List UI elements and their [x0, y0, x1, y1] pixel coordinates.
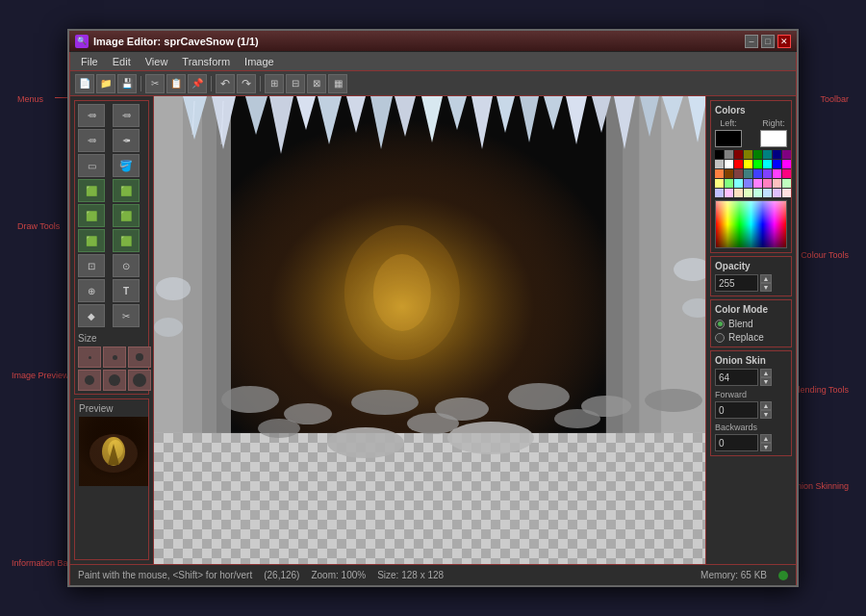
palette-cell[interactable] [782, 189, 791, 197]
palette-cell[interactable] [773, 169, 781, 178]
toolbar-btn-undo[interactable]: ↶ [216, 74, 235, 93]
tool-diamond[interactable]: ◆ [78, 304, 105, 327]
palette-cell[interactable] [744, 160, 752, 168]
palette-cell[interactable] [773, 179, 781, 188]
tool-select-circle[interactable]: ⊙ [113, 254, 140, 277]
opacity-down[interactable]: ▼ [760, 283, 772, 292]
size-btn-4[interactable] [78, 370, 101, 391]
palette-cell[interactable] [725, 189, 733, 197]
palette-cell[interactable] [734, 179, 743, 188]
right-color-swatch[interactable] [760, 130, 787, 147]
toolbar-btn-paste[interactable]: 📌 [188, 74, 207, 93]
size-btn-6[interactable] [128, 370, 151, 391]
toolbar-btn-extra[interactable]: ▦ [328, 74, 347, 93]
tool-green-6[interactable]: 🟩 [113, 229, 140, 252]
opacity-up[interactable]: ▲ [760, 274, 772, 283]
toolbar-btn-zoom[interactable]: ⊟ [286, 74, 305, 93]
palette-cell[interactable] [763, 160, 772, 168]
palette-cell[interactable] [744, 189, 752, 197]
tool-unknown[interactable]: ⊕ [78, 279, 105, 302]
tool-pencil-2[interactable]: ✏ [113, 104, 140, 127]
menu-view[interactable]: View [139, 54, 175, 69]
palette-cell[interactable] [734, 150, 743, 159]
palette-cell[interactable] [753, 160, 762, 168]
minimize-button[interactable]: – [745, 35, 758, 48]
palette-cell[interactable] [763, 169, 772, 178]
toolbar-btn-redo[interactable]: ↷ [237, 74, 256, 93]
tool-select-rect[interactable]: ⊡ [78, 254, 105, 277]
palette-cell[interactable] [782, 160, 791, 168]
palette-cell[interactable] [763, 189, 772, 197]
menu-edit[interactable]: Edit [106, 54, 138, 69]
palette-cell[interactable] [715, 150, 724, 159]
tool-fill[interactable]: 🪣 [113, 154, 140, 177]
palette-cell[interactable] [715, 189, 724, 197]
opacity-input[interactable] [715, 274, 758, 292]
palette-cell[interactable] [782, 150, 791, 159]
color-mode-blend[interactable]: Blend [715, 319, 787, 329]
palette-cell[interactable] [725, 160, 733, 168]
tool-cut-2[interactable]: ✂ [113, 304, 140, 327]
onion-value-input[interactable] [715, 369, 758, 386]
toolbar-btn-open[interactable]: 📁 [96, 74, 115, 93]
palette-cell[interactable] [715, 169, 724, 178]
palette-cell[interactable] [763, 150, 772, 159]
close-button[interactable]: ✕ [777, 35, 791, 48]
onion-down[interactable]: ▼ [760, 377, 772, 386]
palette-cell[interactable] [725, 150, 733, 159]
tool-green-4[interactable]: 🟩 [113, 204, 140, 227]
palette-cell[interactable] [782, 169, 791, 178]
onion-forward-input[interactable] [715, 401, 758, 419]
tool-pencil-3[interactable]: ✏ [78, 129, 105, 152]
size-btn-5[interactable] [103, 370, 126, 391]
menu-transform[interactable]: Transform [175, 54, 237, 69]
onion-forward-down[interactable]: ▼ [760, 410, 772, 419]
palette-cell[interactable] [734, 169, 743, 178]
palette-cell[interactable] [753, 179, 762, 188]
tool-green-3[interactable]: 🟩 [78, 204, 105, 227]
onion-backwards-down[interactable]: ▼ [760, 443, 772, 451]
onion-backwards-up[interactable]: ▲ [760, 434, 772, 443]
palette-cell[interactable] [763, 179, 772, 188]
canvas-area[interactable] [154, 96, 705, 564]
maximize-button[interactable]: □ [761, 35, 775, 48]
palette-cell[interactable] [753, 189, 762, 197]
palette-cell[interactable] [734, 189, 743, 197]
tool-text[interactable]: T [113, 279, 140, 302]
tool-green-5[interactable]: 🟩 [78, 229, 105, 252]
palette-cell[interactable] [744, 179, 752, 188]
palette-cell[interactable] [782, 179, 791, 188]
toolbar-btn-tile[interactable]: ⊠ [307, 74, 326, 93]
palette-cell[interactable] [753, 150, 762, 159]
toolbar-btn-copy[interactable]: 📋 [166, 74, 186, 93]
toolbar-btn-cut[interactable]: ✂ [145, 74, 165, 93]
left-color-swatch[interactable] [715, 130, 742, 147]
palette-cell[interactable] [725, 169, 733, 178]
tool-eraser[interactable]: ▭ [78, 154, 105, 177]
toolbar-btn-save[interactable]: 💾 [117, 74, 137, 93]
palette-cell[interactable] [715, 179, 724, 188]
size-btn-2[interactable] [103, 346, 126, 368]
toolbar-btn-grid[interactable]: ⊞ [265, 74, 284, 93]
tool-green-2[interactable]: 🟩 [113, 179, 140, 202]
tool-green-1[interactable]: 🟩 [78, 179, 105, 202]
onion-forward-up[interactable]: ▲ [760, 401, 772, 410]
onion-backwards-input[interactable] [715, 434, 758, 451]
color-gradient[interactable] [715, 200, 787, 248]
palette-cell[interactable] [744, 150, 752, 159]
palette-cell[interactable] [773, 160, 781, 168]
onion-up[interactable]: ▲ [760, 369, 772, 377]
toolbar-btn-new[interactable]: 📄 [75, 74, 94, 93]
menu-file[interactable]: File [74, 54, 105, 69]
color-mode-replace[interactable]: Replace [715, 332, 787, 343]
size-btn-3[interactable] [128, 346, 151, 368]
tool-pencil-4[interactable]: ✒ [113, 129, 140, 152]
palette-cell[interactable] [715, 160, 724, 168]
palette-cell[interactable] [753, 169, 762, 178]
palette-cell[interactable] [734, 160, 743, 168]
palette-cell[interactable] [725, 179, 733, 188]
palette-cell[interactable] [744, 169, 752, 178]
size-btn-1[interactable] [78, 346, 101, 368]
tool-pencil-1[interactable]: ✏ [78, 104, 105, 127]
palette-cell[interactable] [773, 150, 781, 159]
